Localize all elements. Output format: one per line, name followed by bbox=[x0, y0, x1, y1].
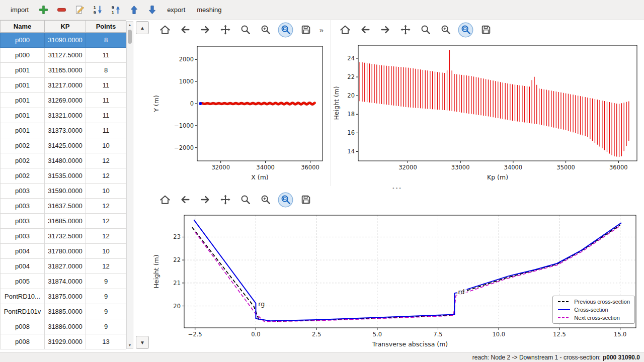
cell-name[interactable]: p001 bbox=[1, 78, 45, 93]
table-row[interactable]: p00431780.000010 bbox=[1, 244, 126, 259]
pan-button[interactable] bbox=[218, 193, 232, 207]
cell-points[interactable]: 9 bbox=[86, 304, 126, 319]
cell-kp[interactable]: 31929.0000 bbox=[45, 334, 86, 349]
section-move-down-button[interactable]: ▼ bbox=[136, 336, 149, 349]
zoom-button[interactable] bbox=[238, 193, 252, 207]
cell-points[interactable]: 11 bbox=[86, 123, 126, 138]
save-button[interactable] bbox=[299, 193, 312, 207]
cell-name[interactable]: p000 bbox=[1, 33, 45, 48]
cell-name[interactable]: p003 bbox=[1, 229, 45, 244]
back-button[interactable] bbox=[358, 23, 372, 37]
cell-kp[interactable]: 31425.0000 bbox=[45, 138, 86, 153]
cell-name[interactable]: p004 bbox=[1, 244, 45, 259]
table-row[interactable]: PontRD10...31875.00009 bbox=[1, 289, 126, 304]
cell-name[interactable]: p001 bbox=[1, 93, 45, 108]
cell-points[interactable]: 10 bbox=[86, 138, 126, 153]
cell-kp[interactable]: 31780.0000 bbox=[45, 244, 86, 259]
home-button[interactable] bbox=[158, 23, 172, 37]
table-row[interactable]: p00131165.00008 bbox=[1, 63, 126, 78]
scrollbar-down-arrow-icon[interactable]: ▼ bbox=[127, 342, 133, 348]
cell-kp[interactable]: 31535.0000 bbox=[45, 168, 86, 184]
pan-button[interactable] bbox=[218, 23, 232, 37]
table-row[interactable]: p00831886.00009 bbox=[1, 319, 126, 334]
cell-name[interactable]: p005 bbox=[1, 274, 45, 289]
back-button[interactable] bbox=[178, 193, 192, 207]
chart-canvas[interactable]: 320003400036000−2000−1000010002000X (m)Y… bbox=[151, 39, 331, 186]
cell-kp[interactable]: 31373.0000 bbox=[45, 123, 86, 138]
back-button[interactable] bbox=[178, 23, 192, 37]
cell-name[interactable]: p003 bbox=[1, 184, 45, 199]
cell-kp[interactable]: 31874.0000 bbox=[45, 274, 86, 289]
splitter-handle[interactable]: ●●● bbox=[151, 186, 644, 190]
zoom-in-button[interactable] bbox=[259, 23, 272, 37]
cell-points[interactable]: 12 bbox=[86, 259, 126, 274]
column-header-points[interactable]: Points bbox=[86, 21, 126, 33]
cell-name[interactable]: p001 bbox=[1, 108, 45, 123]
cell-points[interactable]: 11 bbox=[86, 78, 126, 93]
table-row[interactable]: p00831929.000013 bbox=[1, 334, 126, 349]
cell-kp[interactable]: 31127.5000 bbox=[45, 48, 86, 63]
toolbar-overflow-chevron[interactable]: » bbox=[319, 26, 324, 34]
table-row[interactable]: p00131321.000011 bbox=[1, 108, 126, 123]
zoom-button[interactable] bbox=[238, 23, 252, 37]
cell-kp[interactable]: 31590.0000 bbox=[45, 184, 86, 199]
cell-kp[interactable]: 31480.0000 bbox=[45, 153, 86, 168]
cell-name[interactable]: p003 bbox=[1, 214, 45, 229]
cell-name[interactable]: p000 bbox=[1, 48, 45, 63]
cell-points[interactable]: 12 bbox=[86, 199, 126, 214]
plan-view-plot[interactable]: 320003400036000−2000−1000010002000X (m)Y… bbox=[151, 39, 331, 186]
move-down-button[interactable] bbox=[144, 2, 160, 18]
home-button[interactable] bbox=[158, 193, 172, 207]
sort-ascending-button[interactable] bbox=[108, 2, 124, 18]
cell-name[interactable]: p008 bbox=[1, 319, 45, 334]
move-up-button[interactable] bbox=[126, 2, 142, 18]
cell-points[interactable]: 11 bbox=[86, 93, 126, 108]
pan-button[interactable] bbox=[398, 23, 412, 37]
delete-cross-section-button[interactable] bbox=[54, 2, 69, 18]
table-row[interactable]: p00031127.500011 bbox=[1, 48, 126, 63]
table-scrollbar[interactable]: ▲ ▼ bbox=[126, 21, 133, 349]
scrollbar-thumb[interactable] bbox=[128, 30, 132, 44]
cell-name[interactable]: p001 bbox=[1, 63, 45, 78]
cell-name[interactable]: p002 bbox=[1, 153, 45, 168]
cell-points[interactable]: 11 bbox=[86, 48, 126, 63]
cell-points[interactable]: 9 bbox=[86, 289, 126, 304]
edit-cross-section-button[interactable] bbox=[72, 2, 88, 18]
cell-name[interactable]: PontRD101v bbox=[1, 304, 45, 319]
cell-name[interactable]: p003 bbox=[1, 199, 45, 214]
zoom-select-button[interactable] bbox=[279, 23, 292, 37]
cell-points[interactable]: 9 bbox=[86, 319, 126, 334]
home-button[interactable] bbox=[338, 23, 352, 37]
cell-kp[interactable]: 31321.0000 bbox=[45, 108, 86, 123]
forward-button[interactable] bbox=[378, 23, 392, 37]
cell-points[interactable]: 10 bbox=[86, 244, 126, 259]
cell-kp[interactable]: 31165.0000 bbox=[45, 63, 86, 78]
import-button[interactable]: import bbox=[6, 3, 33, 17]
cell-kp[interactable]: 31637.5000 bbox=[45, 199, 86, 214]
zoom-in-button[interactable] bbox=[259, 193, 272, 207]
table-row[interactable]: p00231480.000012 bbox=[1, 153, 126, 168]
cell-points[interactable]: 10 bbox=[86, 184, 126, 199]
cell-name[interactable]: p002 bbox=[1, 138, 45, 153]
column-header-name[interactable]: Name bbox=[1, 21, 45, 33]
cell-points[interactable]: 12 bbox=[86, 214, 126, 229]
cell-name[interactable]: p004 bbox=[1, 259, 45, 274]
cross-section-plot[interactable]: −2.50.02.55.07.510.012.515.020212223Tran… bbox=[151, 209, 644, 352]
cell-points[interactable]: 8 bbox=[86, 33, 126, 48]
cell-kp[interactable]: 31886.0000 bbox=[45, 319, 86, 334]
add-cross-section-button[interactable] bbox=[36, 2, 51, 18]
cell-points[interactable]: 8 bbox=[86, 63, 126, 78]
cell-points[interactable]: 13 bbox=[86, 334, 126, 349]
cell-kp[interactable]: 31885.0000 bbox=[45, 304, 86, 319]
cell-points[interactable]: 9 bbox=[86, 274, 126, 289]
zoom-select-button[interactable] bbox=[279, 193, 292, 207]
table-row[interactable]: p00431827.000012 bbox=[1, 259, 126, 274]
table-row[interactable]: p00131269.000011 bbox=[1, 93, 126, 108]
table-row[interactable]: p00131373.000011 bbox=[1, 123, 126, 138]
zoom-in-button[interactable] bbox=[439, 23, 452, 37]
table-row[interactable]: p00231535.000012 bbox=[1, 168, 126, 184]
cell-name[interactable]: p002 bbox=[1, 168, 45, 184]
column-header-kp[interactable]: KP bbox=[45, 21, 86, 33]
cell-name[interactable]: PontRD10... bbox=[1, 289, 45, 304]
cell-points[interactable]: 11 bbox=[86, 108, 126, 123]
